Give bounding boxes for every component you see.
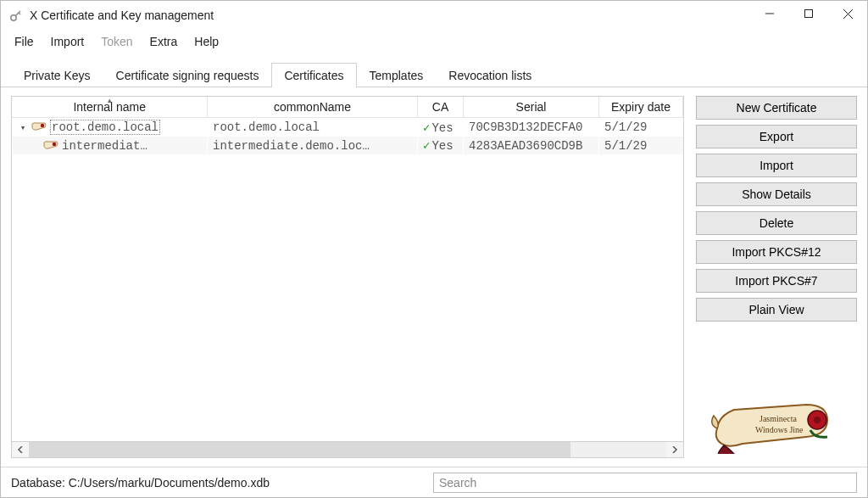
import-button[interactable]: Import xyxy=(696,154,857,177)
scroll-left-button[interactable] xyxy=(12,442,29,457)
table-row[interactable]: ▾ root.demo.local root.demo.local ✓Yes 7… xyxy=(13,118,683,137)
show-details-button[interactable]: Show Details xyxy=(696,182,857,206)
statusbar: Database: C:/Users/marku/Documents/demo.… xyxy=(1,467,867,497)
svg-point-0 xyxy=(11,15,16,20)
tab-csr[interactable]: Certificate signing requests xyxy=(103,63,272,87)
close-button[interactable] xyxy=(828,1,867,26)
col-internal-name[interactable]: ▴Internal name xyxy=(13,97,208,118)
cell-expiry: 5/1/29 xyxy=(599,118,683,137)
cell-common-name: intermediate.demo.loc… xyxy=(208,137,418,154)
certificate-table: ▴Internal name commonName CA Serial Expi… xyxy=(11,96,684,441)
database-path: Database: C:/Users/marku/Documents/demo.… xyxy=(11,476,416,490)
scroll-thumb[interactable] xyxy=(29,442,570,457)
cell-internal-name: root.demo.local xyxy=(52,120,159,134)
svg-text:Windows  Jine: Windows Jine xyxy=(755,425,804,434)
delete-button[interactable]: Delete xyxy=(696,211,857,235)
cell-serial: 70C9B3D132DECFA0 xyxy=(464,118,599,137)
menu-help[interactable]: Help xyxy=(186,33,227,50)
horizontal-scrollbar[interactable] xyxy=(11,441,684,458)
cell-serial: 4283AEAD3690CD9B xyxy=(464,137,599,154)
table-row[interactable]: intermediat… intermediate.demo.loc… ✓Yes… xyxy=(13,137,683,154)
tab-certificates[interactable]: Certificates xyxy=(271,63,356,87)
cell-ca: Yes xyxy=(431,121,453,135)
svg-line-2 xyxy=(19,13,20,14)
window-controls xyxy=(750,1,867,30)
window-title: X Certificate and Key management xyxy=(30,8,214,22)
menu-file[interactable]: File xyxy=(6,33,42,50)
window: X Certificate and Key management File Im… xyxy=(0,0,868,498)
certificate-list-pane: ▴Internal name commonName CA Serial Expi… xyxy=(11,96,684,458)
tab-revocation-lists[interactable]: Revocation lists xyxy=(436,63,544,87)
chevron-down-icon[interactable]: ▾ xyxy=(18,122,28,133)
scroll-track[interactable] xyxy=(29,442,666,457)
col-common-name[interactable]: commonName xyxy=(208,97,418,118)
menubar: File Import Token Extra Help xyxy=(1,30,867,53)
app-key-icon xyxy=(9,8,23,22)
certificate-icon xyxy=(31,122,47,132)
maximize-button[interactable] xyxy=(789,1,828,26)
action-pane: New Certificate Export Import Show Detai… xyxy=(696,96,857,458)
scroll-right-button[interactable] xyxy=(666,442,683,457)
svg-point-10 xyxy=(814,417,821,423)
svg-point-7 xyxy=(41,124,44,127)
minimize-button[interactable] xyxy=(750,1,789,26)
cell-internal-name: intermediat… xyxy=(62,139,147,153)
menu-import[interactable]: Import xyxy=(42,33,93,50)
tab-private-keys[interactable]: Private Keys xyxy=(11,63,103,87)
check-icon: ✓ xyxy=(423,121,430,135)
check-icon: ✓ xyxy=(423,139,430,153)
export-button[interactable]: Export xyxy=(696,125,857,148)
cell-expiry: 5/1/29 xyxy=(599,137,683,154)
col-expiry[interactable]: Expiry date xyxy=(599,97,683,118)
cell-ca: Yes xyxy=(431,139,453,153)
cell-common-name: root.demo.local xyxy=(208,118,418,137)
tab-bar: Private Keys Certificate signing request… xyxy=(1,53,867,87)
col-serial[interactable]: Serial xyxy=(464,97,599,118)
sort-asc-icon: ▴ xyxy=(108,96,112,104)
svg-text:Jasminecta: Jasminecta xyxy=(760,414,797,423)
tab-templates[interactable]: Templates xyxy=(357,63,437,87)
body: ▴Internal name commonName CA Serial Expi… xyxy=(1,87,867,467)
import-pkcs7-button[interactable]: Import PKCS#7 xyxy=(696,269,857,293)
svg-rect-4 xyxy=(805,10,813,18)
search-input[interactable] xyxy=(433,473,857,493)
titlebar: X Certificate and Key management xyxy=(1,1,867,30)
app-logo: Jasminecta Windows Jine xyxy=(696,390,857,458)
plain-view-button[interactable]: Plain View xyxy=(696,298,857,322)
menu-token: Token xyxy=(92,33,141,50)
svg-point-8 xyxy=(53,142,56,145)
import-pkcs12-button[interactable]: Import PKCS#12 xyxy=(696,240,857,264)
col-ca[interactable]: CA xyxy=(418,97,464,118)
menu-extra[interactable]: Extra xyxy=(142,33,186,50)
certificate-icon xyxy=(43,141,58,151)
new-certificate-button[interactable]: New Certificate xyxy=(696,96,857,120)
